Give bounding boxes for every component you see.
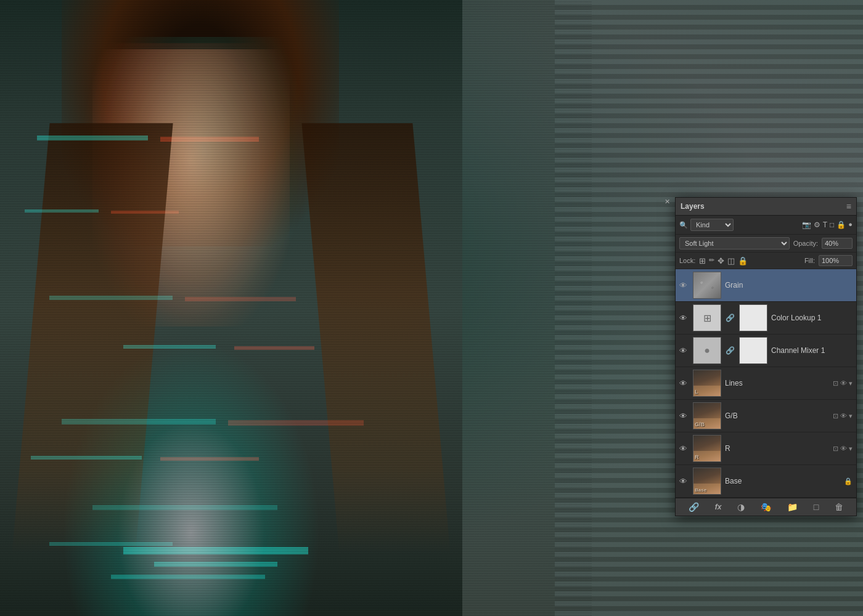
layer-name-r: R [725,444,829,453]
layer-mask-channel-mixer [739,337,767,364]
layer-base[interactable]: 👁 Base Base 🔒 [676,465,856,498]
kind-dropdown[interactable]: Kind [690,219,734,231]
layer-name-lines: Lines [725,379,829,387]
layer-thumb-color-lookup: ⊞ [693,304,721,331]
lock-icons: ⊞ ✏ ✥ ◫ 🔒 [699,256,748,265]
lock-badge-base: 🔒 [844,477,853,485]
layer-gb[interactable]: 👁 G/B G/B ⊡ 👁 ▾ [676,400,856,432]
layer-color-lookup-1[interactable]: 👁 ⊞ 🔗 Color Lookup 1 [676,302,856,334]
layer-thumb-channel-mixer: ● [693,337,721,364]
lock-pixel-icon[interactable]: ✏ [709,256,714,265]
fx-icon[interactable]: fx [715,503,722,511]
copy-badge-gb: ⊡ [833,412,838,420]
blend-mode-row: Soft Light Opacity: 40% [676,235,856,253]
lock-label: Lock: [679,257,695,264]
layer-badges-r: ⊡ 👁 ▾ [833,445,853,453]
panel-bottom-toolbar: 🔗 fx ◑ 🎭 📁 □ 🗑 [676,498,856,516]
type-filter-icon[interactable]: T [823,221,827,229]
copy-badge-lines: ⊡ [833,379,838,387]
layers-panel: ✕ Layers ≡ 🔍 Kind 📷 ⚙ T □ 🔒 ● Soft Light… [675,197,857,516]
shape-filter-icon[interactable]: □ [830,221,834,229]
chevron-badge-gb: ▾ [849,412,853,420]
copy-badge-r: ⊡ [833,445,838,453]
chain-icon-channel-mixer: 🔗 [726,346,735,355]
lock-all-icon[interactable]: 🔒 [738,256,748,265]
layer-thumb-gb: G/B [693,402,721,429]
new-adjustment-icon[interactable]: 🎭 [761,502,771,512]
panel-menu-icon[interactable]: ≡ [846,201,851,211]
opacity-label: Opacity: [793,240,818,247]
layer-thumb-r: R [693,435,721,462]
smartobj-filter-icon[interactable]: 🔒 [836,221,846,229]
layer-thumb-base: Base [693,468,721,495]
layer-badges-lines: ⊡ 👁 ▾ [833,379,853,387]
eye-icon-base[interactable]: 👁 [679,477,689,486]
search-icon: 🔍 [679,221,688,229]
panel-title: Layers [681,202,705,211]
layer-name-channel-mixer: Channel Mixer 1 [771,346,853,355]
lock-position-icon[interactable]: ✥ [718,256,724,265]
color-filter-icon[interactable]: ● [848,221,853,229]
layers-list: 👁 Grain 👁 ⊞ 🔗 Color Lookup 1 👁 ● 🔗 Chann… [676,269,856,498]
eye-icon-color-lookup[interactable]: 👁 [679,314,689,323]
adjustment-filter-icon[interactable]: ⚙ [814,221,820,229]
layer-mask-color-lookup [739,304,767,331]
layer-name-grain: Grain [725,281,853,290]
layer-r[interactable]: 👁 R R ⊡ 👁 ▾ [676,432,856,465]
layer-badges-gb: ⊡ 👁 ▾ [833,412,853,420]
panel-close-button[interactable]: ✕ [665,198,670,206]
layer-thumb-grain [693,272,721,299]
eye-badge-gb: 👁 [840,412,847,419]
layer-thumb-lines: L [693,370,721,397]
layer-lines[interactable]: 👁 L Lines ⊡ 👁 ▾ [676,367,856,400]
lock-artboard-icon[interactable]: ◫ [727,256,735,265]
eye-icon-r[interactable]: 👁 [679,444,689,453]
fill-value[interactable]: 100% [819,255,853,266]
portrait-base [0,0,462,616]
layer-name-gb: G/B [725,411,829,420]
filter-row: 🔍 Kind 📷 ⚙ T □ 🔒 ● [676,216,856,235]
eye-icon-grain[interactable]: 👁 [679,281,689,290]
eye-badge-lines: 👁 [840,379,847,387]
pixel-filter-icon[interactable]: 📷 [802,221,811,229]
link-layers-icon[interactable]: 🔗 [689,502,699,512]
new-group-icon[interactable]: 📁 [787,502,798,512]
eye-badge-r: 👁 [840,445,847,452]
layer-name-base: Base [725,477,840,485]
layer-grain[interactable]: 👁 Grain [676,269,856,302]
portrait-container [0,0,592,616]
blend-mode-dropdown[interactable]: Soft Light [679,237,790,249]
layer-name-color-lookup: Color Lookup 1 [771,314,853,322]
delete-layer-icon[interactable]: 🗑 [835,502,843,512]
eye-icon-channel-mixer[interactable]: 👁 [679,346,689,355]
chevron-badge-lines: ▾ [849,379,853,387]
lock-transparency-icon[interactable]: ⊞ [699,256,706,265]
panel-header: Layers ≡ [676,198,856,216]
chain-icon-color-lookup: 🔗 [726,314,735,322]
fill-label: Fill: [804,257,815,264]
eye-icon-gb[interactable]: 👁 [679,411,689,421]
filter-icons: 📷 ⚙ T □ 🔒 ● [802,221,853,229]
opacity-value[interactable]: 40% [822,238,853,249]
new-fill-icon[interactable]: ◑ [737,502,745,512]
new-layer-icon[interactable]: □ [814,502,819,512]
layer-badges-base: 🔒 [844,477,853,485]
chevron-badge-r: ▾ [849,445,853,453]
eye-icon-lines[interactable]: 👁 [679,379,689,388]
lock-row: Lock: ⊞ ✏ ✥ ◫ 🔒 Fill: 100% [676,253,856,269]
layer-channel-mixer-1[interactable]: 👁 ● 🔗 Channel Mixer 1 [676,334,856,367]
